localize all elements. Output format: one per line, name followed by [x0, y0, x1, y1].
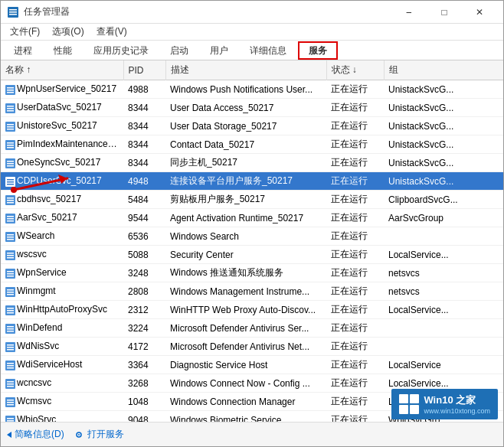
tab-app-history[interactable]: 应用历史记录: [83, 41, 159, 60]
simple-info-link[interactable]: 简略信息(D): [7, 428, 64, 441]
svg-rect-55: [7, 312, 14, 314]
cell-status: 正在运行: [326, 338, 384, 356]
menu-options[interactable]: 选项(O): [46, 24, 90, 40]
services-table: 名称 ↑ PID 描述 状态 ↓ 组 WpnUserService_502174…: [1, 60, 503, 422]
table-row[interactable]: CDPUserSvc_502174948连接设备平台用户服务_50217正在运行…: [1, 172, 503, 191]
cell-name: wscsvc: [1, 246, 123, 264]
svg-rect-18: [7, 145, 14, 146]
tab-performance[interactable]: 性能: [44, 41, 82, 60]
cell-status: 正在运行: [326, 135, 384, 154]
svg-rect-78: [7, 420, 14, 422]
open-services-link[interactable]: 打开服务: [74, 428, 124, 441]
svg-rect-70: [7, 383, 14, 385]
cell-desc: Agent Activation Runtime_50217: [165, 209, 326, 227]
table-row[interactable]: UserDataSvc_502178344User Data Access_50…: [1, 99, 503, 117]
cell-group: netsvcs: [384, 282, 503, 301]
cell-pid: 3364: [123, 356, 165, 374]
cell-name: WpnUserService_50217: [1, 80, 123, 99]
col-header-group[interactable]: 组: [384, 60, 503, 80]
svg-rect-7: [7, 92, 14, 93]
cell-pid: 2312: [123, 301, 165, 319]
table-row[interactable]: wcncsvc3268Windows Connect Now - Config …: [1, 374, 503, 393]
table-row[interactable]: WpnService3248Windows 推送通知系统服务正在运行netsvc…: [1, 264, 503, 282]
menu-file[interactable]: 文件(F): [4, 24, 46, 40]
cell-status: 正在运行: [326, 301, 384, 319]
tab-services[interactable]: 服务: [298, 41, 338, 60]
table-row[interactable]: WdNisSvc4172Microsoft Defender Antivirus…: [1, 338, 503, 356]
cell-desc: Windows Connect Now - Config ...: [165, 374, 326, 393]
cell-group: UnistackSvcG...: [384, 80, 503, 99]
svg-rect-59: [7, 331, 14, 332]
cell-pid: 2808: [123, 282, 165, 301]
cell-desc: 连接设备平台用户服务_50217: [165, 172, 326, 191]
table-row[interactable]: wscsvc5088Security Center正在运行LocalServic…: [1, 246, 503, 264]
svg-rect-67: [7, 367, 14, 369]
svg-rect-34: [7, 218, 14, 220]
tab-details[interactable]: 详细信息: [240, 41, 296, 60]
svg-rect-73: [7, 400, 14, 401]
table-row[interactable]: PimIndexMaintenanceSv...8344Contact Data…: [1, 135, 503, 154]
cell-group: [384, 338, 503, 356]
col-header-desc[interactable]: 描述: [165, 60, 326, 80]
table-row[interactable]: UnistoreSvc_502178344User Data Storage_5…: [1, 117, 503, 135]
table-row[interactable]: OneSyncSvc_502178344同步主机_50217正在运行Unista…: [1, 154, 503, 172]
cell-desc: Windows Management Instrume...: [165, 282, 326, 301]
close-button[interactable]: ✕: [462, 1, 497, 24]
cell-desc: 同步主机_50217: [165, 154, 326, 172]
cell-status: 正在运行: [326, 264, 384, 282]
title-bar: 任务管理器 ‒ □ ✕: [1, 1, 503, 24]
menu-view[interactable]: 查看(V): [90, 24, 133, 40]
svg-rect-19: [7, 147, 14, 148]
tab-startup[interactable]: 启动: [160, 41, 198, 60]
cell-group: LocalService...: [384, 246, 503, 264]
svg-rect-2: [9, 11, 17, 13]
col-header-name[interactable]: 名称 ↑: [1, 60, 123, 80]
svg-rect-71: [7, 386, 14, 387]
svg-rect-14: [7, 126, 14, 128]
cell-group: WbioSvcGro...: [384, 411, 503, 423]
table-row[interactable]: WinHttpAutoProxySvc2312WinHTTP Web Proxy…: [1, 301, 503, 319]
table-row[interactable]: WSearch6536Windows Search正在运行: [1, 227, 503, 246]
svg-rect-26: [7, 181, 14, 183]
cell-desc: Windows 推送通知系统服务: [165, 264, 326, 282]
svg-rect-22: [7, 163, 14, 165]
col-header-status[interactable]: 状态 ↓: [326, 60, 384, 80]
cell-group: [384, 319, 503, 338]
table-row[interactable]: Wcmsvc1048Windows Connection Manager正在运行…: [1, 393, 503, 411]
cell-status: 正在运行: [326, 99, 384, 117]
cell-pid: 4948: [123, 172, 165, 191]
table-row[interactable]: WdiServiceHost3364Diagnostic Service Hos…: [1, 356, 503, 374]
svg-rect-6: [7, 90, 14, 91]
table-row[interactable]: cbdhsvc_502175484剪贴板用户服务_50217正在运行Clipbo…: [1, 191, 503, 209]
table-row[interactable]: WpnUserService_502174988Windows Push Not…: [1, 80, 503, 99]
tabs-bar: 进程 性能 应用历史记录 启动 用户 详细信息 服务: [1, 41, 503, 60]
cell-name: Wcmsvc: [1, 393, 123, 411]
cell-name: WdiServiceHost: [1, 356, 123, 374]
col-header-pid[interactable]: PID: [123, 60, 165, 80]
minimize-button[interactable]: ‒: [391, 1, 427, 24]
window-title: 任务管理器: [24, 5, 391, 18]
svg-rect-61: [7, 344, 14, 346]
table-row[interactable]: WbioSrvc9048Windows Biometric Service正在运…: [1, 411, 503, 423]
cell-desc: Security Center: [165, 246, 326, 264]
cell-pid: 8344: [123, 117, 165, 135]
svg-rect-35: [7, 220, 14, 222]
table-container[interactable]: 名称 ↑ PID 描述 状态 ↓ 组 WpnUserService_502174…: [1, 60, 503, 422]
cell-group: LocalService: [384, 356, 503, 374]
cell-name: AarSvc_50217: [1, 209, 123, 227]
cell-status: 正在运行: [326, 80, 384, 99]
tab-process[interactable]: 进程: [4, 41, 42, 60]
svg-rect-65: [7, 363, 14, 364]
table-header-row: 名称 ↑ PID 描述 状态 ↓ 组: [1, 60, 503, 80]
cell-desc: User Data Storage_50217: [165, 117, 326, 135]
svg-rect-25: [7, 179, 14, 181]
tab-users[interactable]: 用户: [200, 41, 238, 60]
maximize-button[interactable]: □: [427, 1, 462, 24]
table-row[interactable]: WinDefend3224Microsoft Defender Antiviru…: [1, 319, 503, 338]
triangle-icon: [7, 432, 11, 438]
svg-rect-66: [7, 365, 14, 367]
cell-status: 正在运行: [326, 191, 384, 209]
cell-status: 正在运行: [326, 282, 384, 301]
table-row[interactable]: AarSvc_502179544Agent Activation Runtime…: [1, 209, 503, 227]
table-row[interactable]: Winmgmt2808Windows Management Instrume..…: [1, 282, 503, 301]
